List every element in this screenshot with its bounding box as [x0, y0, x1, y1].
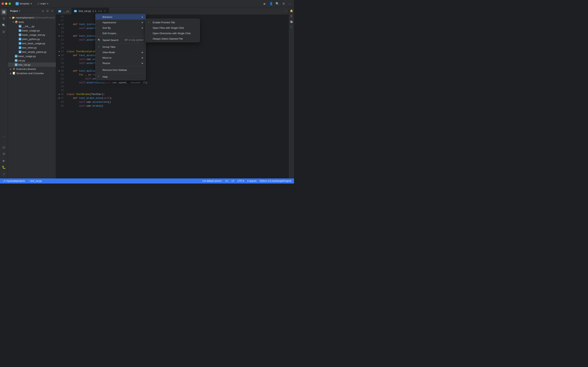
tree-item-test-car[interactable]: py test_car.py [8, 63, 56, 67]
sidebar-item-terminal[interactable] [1, 144, 7, 150]
py-file-icon: py [19, 29, 21, 32]
settings-button[interactable]: ⚙ [281, 1, 286, 6]
tree-item-car[interactable]: py car.py [8, 58, 56, 63]
status-position[interactable]: 3:1 [225, 180, 229, 182]
sidebar-item-python-packages[interactable] [1, 151, 7, 157]
close-sidebar-button[interactable]: ✕ [50, 9, 54, 13]
menu-item-speed-search[interactable]: 🔍 Speed Search ⌘F or any symbol [95, 37, 146, 43]
tab-close-button[interactable]: ✕ [103, 9, 106, 13]
gutter-line-23: 23 [56, 42, 64, 46]
run-icon[interactable]: ▶ [59, 92, 60, 96]
tree-item-test-basic-usage[interactable]: py test_basic_usage.py [8, 41, 56, 45]
menu-item-label: Appearance [103, 21, 116, 24]
code-line-33: self.assertEqual(self.car.speed, second:… [67, 81, 287, 85]
run-icon[interactable]: ▶ [59, 34, 60, 38]
sidebar-item-vcs[interactable] [1, 16, 7, 22]
sidebar-item-run[interactable]: ▶ [1, 158, 7, 164]
sidebar-item-structure[interactable] [1, 29, 7, 35]
menu-item-resize[interactable]: Resize ▶ [95, 60, 146, 66]
tab-more-button[interactable]: ⋯ [283, 8, 289, 15]
sidebar-item-project[interactable] [1, 9, 7, 15]
notifications-button[interactable]: 🔔 [289, 8, 294, 13]
run-icon[interactable]: ▶ [59, 23, 60, 26]
menu-item-open-files-single-click[interactable]: Open Files with Single Click [146, 25, 200, 31]
tree-item-scratches[interactable]: ▶ 📝 Scratches and Consoles [8, 71, 56, 75]
more-button[interactable]: ⋯ [287, 1, 293, 6]
tree-arrow-scratches: ▶ [9, 72, 12, 74]
svg-rect-1 [4, 11, 5, 12]
menu-item-edit-scopes[interactable]: Edit Scopes... [95, 31, 146, 36]
run-icon[interactable]: ▶ [59, 69, 60, 73]
tree-item-init[interactable]: py __init__.py [8, 24, 56, 28]
menu-item-help[interactable]: ? Help [95, 74, 146, 79]
menu-item-move-to[interactable]: Move to ▶ [95, 55, 146, 60]
project-switcher[interactable]: t template ▼ [14, 1, 34, 6]
charset: UTF-8 [237, 180, 244, 182]
collapse-all-button[interactable]: ⊟ [45, 9, 50, 13]
status-no-default-server[interactable]: <no default server> [201, 180, 223, 182]
nav-up-icon[interactable]: ∧ [98, 10, 100, 12]
close-button[interactable] [1, 2, 4, 5]
tree-item-external-libraries[interactable]: ▶ 🏛 External Libraries [8, 67, 56, 71]
py-file-icon: py [19, 38, 21, 40]
layers-button[interactable]: 📚 [289, 19, 294, 24]
branch-switcher[interactable]: ⎇ main ▼ [35, 1, 50, 6]
tree-item-plain-python[interactable]: py plain_python.py [8, 37, 56, 41]
status-right: <no default server> 3:1 LF UTF-8 4 space… [201, 180, 292, 182]
locate-file-button[interactable]: ◎ [41, 9, 45, 13]
minimize-button[interactable] [5, 2, 7, 5]
menu-item-open-dirs-single-click[interactable]: Open Directories with Single Click [146, 31, 200, 36]
cursor-position: 3:1 [225, 180, 229, 182]
run-icon[interactable]: ▶ [59, 50, 60, 54]
menu-item-remove-sidebar[interactable]: Remove from Sidebar [95, 67, 146, 73]
tree-item-test-simple-pytest[interactable]: py test_simple_pytest.py [8, 50, 56, 54]
menu-item-label: Open Directories with Single Click [153, 32, 191, 35]
py-file-icon: py [19, 42, 21, 45]
menu-item-sort-by[interactable]: Sort By ▶ [95, 25, 146, 31]
menu-item-view-mode[interactable]: View Mode ▶ [95, 50, 146, 55]
run-icon[interactable]: ▶ [59, 96, 60, 100]
sidebar-item-debug[interactable]: 🐛 [1, 164, 7, 170]
tree-item-label: plain_python.py [22, 38, 40, 41]
nav-down-icon[interactable]: ∨ [100, 10, 102, 12]
menu-item-enable-preview-tab[interactable]: ✓ Enable Preview Tab [146, 20, 200, 25]
profile-button[interactable]: 👤 [268, 1, 274, 6]
sidebar-item-problems[interactable]: ⚠ [1, 171, 7, 177]
status-indent[interactable]: 4 spaces [246, 180, 257, 182]
py-file-icon: py [15, 63, 17, 66]
menu-item-always-select-opened[interactable]: Always Select Opened File [146, 36, 200, 41]
breadcrumb-arrow: › [29, 180, 30, 182]
tree-item-basic-usage[interactable]: py basic_usage.py [8, 28, 56, 33]
tree-item-basic-usage-root[interactable]: py basic_usage.py [8, 54, 56, 58]
menu-item-appearance[interactable]: Appearance ▶ [95, 20, 146, 25]
sidebar-content: ▼ 📁 mysampleprojects [MySampleProject] ~… [8, 15, 56, 178]
sidebar-item-search[interactable]: 🔍 [1, 22, 7, 28]
menu-item-behavior[interactable]: Behavior ▶ [95, 14, 146, 20]
tree-root[interactable]: ▼ 📁 mysampleprojects [MySampleProject] ~… [8, 16, 56, 20]
py-file-icon: py [19, 33, 21, 36]
tree-item-test-other[interactable]: py test_other.py [8, 45, 56, 50]
status-branch[interactable]: ⎇ mysampleprojects [2, 180, 26, 182]
run-icon[interactable]: ▶ [59, 54, 60, 58]
status-lf[interactable]: LF [231, 180, 235, 182]
run-button[interactable]: ▶ [262, 1, 268, 6]
database-button[interactable]: 🗄 [289, 14, 294, 18]
maximize-button[interactable] [9, 2, 11, 5]
branch-chevron-icon: ▼ [47, 3, 49, 5]
tab-warnings: ⚠ 1 [92, 10, 96, 12]
py-file-icon: py [19, 50, 21, 53]
sidebar-item-more[interactable]: ⋯ [1, 133, 7, 140]
status-utf8[interactable]: UTF-8 [237, 180, 245, 182]
folder-icon: 📁 [12, 16, 15, 19]
status-file[interactable]: › test_car.py [28, 180, 43, 182]
menu-item-label: Open Files with Single Click [153, 26, 184, 29]
tab-init[interactable]: py __.py [56, 8, 72, 15]
status-interpreter[interactable]: Python 3.9 (mySampleProject) [259, 180, 292, 182]
tree-tests-folder[interactable]: ▼ 📦 tests [8, 20, 56, 24]
status-file-name: test_car.py [31, 180, 42, 182]
tree-item-basic-usage-test[interactable]: py basic_usage_test.py [8, 33, 56, 37]
menu-separator-1 [95, 36, 146, 37]
shield-button[interactable]: 🛡 [289, 25, 294, 29]
menu-item-group-tabs[interactable]: ✓ Group Tabs [95, 44, 146, 50]
search-button[interactable]: 🔍 [275, 1, 280, 6]
